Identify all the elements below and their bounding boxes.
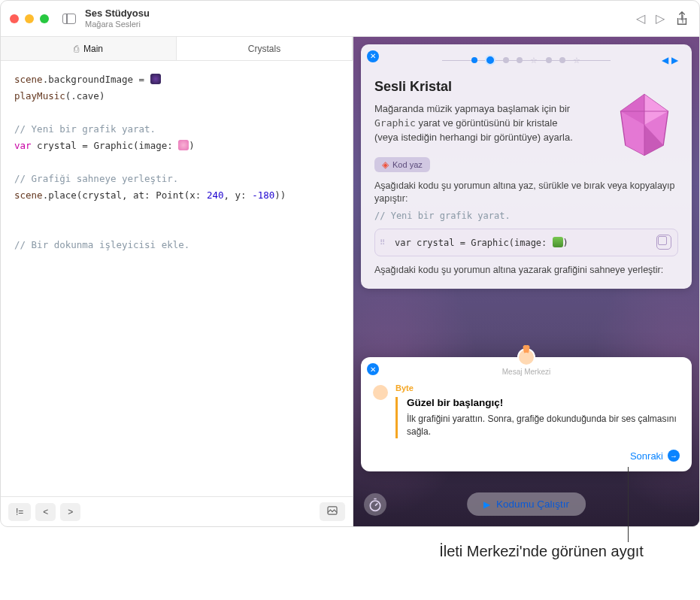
shortcut-lt[interactable]: < [35,503,56,521]
tab-main[interactable]: ⎙ Main [1,37,177,60]
code-snippet[interactable]: ⠿ var crystal = Graphic(image: ) [374,229,678,256]
next-label: Sonraki [630,450,663,462]
run-code-button[interactable]: ▶ Kodumu Çalıştır [467,492,586,516]
progress-row: ☆ ☆ ◀ ▶ [374,55,678,65]
instruction-card: ✕ ☆ ☆ ◀ ▶ Sesli Kristal [361,44,692,289]
zoom-window-button[interactable] [40,14,49,23]
window-subtitle: Mağara Sesleri [85,20,150,29]
run-label: Kodumu Çalıştır [496,498,569,510]
image-literal-icon[interactable] [178,140,189,150]
badge-label: Kod yaz [392,160,423,169]
speed-control-button[interactable] [364,493,386,516]
byte-avatar-small-icon [373,385,388,400]
share-icon[interactable] [675,11,689,30]
instruction-1: Aşağıdaki kodu şu yorumun altına yaz, sü… [374,180,678,206]
progress-dot[interactable] [517,57,523,63]
message-body: Byte Güzel bir başlangıç! İlk grafiğini … [373,383,680,438]
prog-next-icon[interactable]: ▶ [671,55,678,65]
close-window-button[interactable] [10,14,19,23]
image-literal-icon[interactable] [150,74,161,84]
progress-star-icon[interactable]: ☆ [530,56,538,65]
prog-prev-icon[interactable]: ◀ [662,55,668,65]
card-description: Mağaranda müzik yapmaya başlamak için bi… [374,102,577,145]
shortcut-neq[interactable]: != [8,503,31,521]
book-icon: ⎙ [74,44,79,54]
tab-crystals[interactable]: Crystals [177,37,353,60]
instruction-2: Aşağıdaki kodu şu yorumun altına yazarak… [374,264,678,277]
arrow-right-icon: → [668,450,680,462]
window-controls [10,14,49,23]
snippet-comment-1: // Yeni bir grafik yarat. [374,211,678,221]
tab-crystals-label: Crystals [248,44,280,54]
callout-line [628,467,629,542]
message-heading: Güzel bir başlangıç! [407,397,680,408]
live-view-pane: ✕ ☆ ☆ ◀ ▶ Sesli Kristal [353,37,699,526]
next-button[interactable]: Sonraki → [630,450,680,462]
shortcut-bar: != < > [1,496,353,526]
copy-icon[interactable] [656,235,671,250]
byte-avatar-icon [517,348,535,366]
message-close-button[interactable]: ✕ [367,363,379,375]
progress-dot[interactable] [471,57,477,63]
code-tabs: ⎙ Main Crystals [1,37,353,61]
image-picker-button[interactable] [320,502,345,521]
minimize-window-button[interactable] [25,14,34,23]
progress-dot-current[interactable] [485,55,495,65]
main-split: ⎙ Main Crystals scene.backgroundImage = … [1,37,699,526]
nav-forward-icon[interactable]: ▷ [656,11,665,26]
play-icon: ▶ [483,499,490,510]
code-editor[interactable]: scene.backgroundImage = playMusic(.cave)… [1,61,353,496]
tab-main-label: Main [83,44,103,54]
nav-back-icon[interactable]: ◁ [636,11,645,26]
progress-dot[interactable] [546,57,552,63]
byte-name: Byte [384,383,680,392]
window-title: Ses Stüdyosu [85,8,150,19]
progress-star-icon[interactable]: ☆ [573,56,581,65]
app-window: Ses Stüdyosu Mağara Sesleri ◁ ▷ ＋ ⎙ Main… [0,0,700,527]
crystal-icon [611,91,678,159]
progress-dot[interactable] [559,57,565,63]
titlebar: Ses Stüdyosu Mağara Sesleri ◁ ▷ ＋ [1,1,699,37]
title-block: Ses Stüdyosu Mağara Sesleri [85,8,150,28]
message-next-row: Sonraki → [373,449,680,462]
message-center-panel: ✕ Mesaj Merkezi Byte Güzel bir başlangıç… [361,357,692,471]
write-code-badge: ◈ Kod yaz [374,157,430,172]
sidebar-toggle-icon[interactable] [62,14,76,24]
code-pane: ⎙ Main Crystals scene.backgroundImage = … [1,37,353,526]
message-center-title: Mesaj Merkezi [373,368,680,376]
callout-text: İleti Merkezi'nde görünen aygıt [406,541,677,562]
image-literal-icon[interactable] [553,237,563,247]
swift-icon: ◈ [382,159,389,170]
progress-dot[interactable] [503,57,509,63]
shortcut-gt[interactable]: > [60,503,80,521]
message-text: İlk grafiğini yarattın. Sonra, grafiğe d… [407,413,680,438]
drag-grip-icon[interactable]: ⠿ [380,238,383,247]
